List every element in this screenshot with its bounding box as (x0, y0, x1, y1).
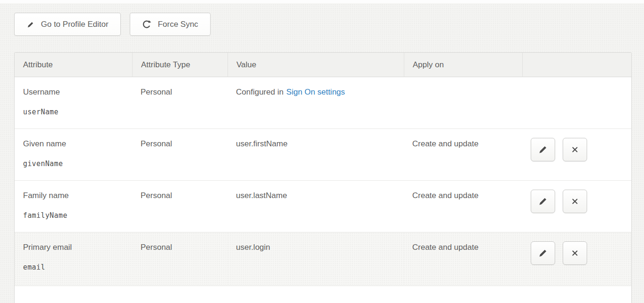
pencil-icon (26, 20, 35, 29)
value-cell: user.firstName (228, 129, 404, 181)
pencil-icon (537, 144, 549, 155)
attribute-type-cell: Personal (132, 129, 228, 181)
edit-attribute-button[interactable] (531, 241, 555, 265)
apply-on-cell: Create and update (404, 129, 522, 181)
attribute-label: Given name (23, 139, 125, 149)
attribute-label: Primary email (23, 243, 125, 252)
value-cell: Configured inSign On settings (228, 77, 404, 129)
value-cell: user.lastName (228, 181, 404, 232)
remove-attribute-button[interactable] (563, 138, 587, 161)
table-row-partial (15, 286, 631, 303)
refresh-icon (142, 19, 152, 29)
attribute-variable-name: userName (23, 108, 125, 116)
go-to-profile-editor-label: Go to Profile Editor (41, 20, 109, 29)
table-row-username: Username userName Personal Configured in… (15, 77, 631, 129)
column-header-actions (522, 53, 631, 77)
actions-cell (522, 129, 631, 181)
attribute-mappings-page: Go to Profile Editor Force Sync Attribut… (0, 0, 644, 303)
value-text: Configured in (236, 88, 283, 96)
table-row-family-name: Family name familyName Personal user.las… (15, 181, 631, 232)
column-header-apply-on: Apply on (404, 53, 522, 77)
sign-on-settings-link[interactable]: Sign On settings (286, 88, 345, 96)
remove-attribute-button[interactable] (563, 241, 587, 265)
attribute-variable-name: email (23, 263, 125, 271)
actions-cell (522, 232, 631, 286)
attribute-label: Family name (23, 191, 125, 200)
attribute-mapping-table: Attribute Attribute Type Value Apply on … (14, 52, 631, 303)
attribute-label: Username (23, 88, 125, 97)
table-row-given-name: Given name givenName Personal user.first… (15, 129, 631, 181)
attribute-type-cell: Personal (132, 181, 228, 232)
column-header-value: Value (228, 53, 404, 77)
column-header-attribute: Attribute (15, 53, 132, 77)
remove-attribute-button[interactable] (563, 190, 587, 213)
value-cell: user.login (228, 232, 404, 286)
apply-on-cell: Create and update (404, 232, 522, 286)
force-sync-label: Force Sync (158, 20, 198, 29)
actions-cell (522, 77, 631, 129)
attribute-variable-name: familyName (23, 211, 125, 220)
pencil-icon (537, 196, 549, 207)
attribute-variable-name: givenName (23, 159, 125, 168)
force-sync-button[interactable]: Force Sync (130, 13, 211, 36)
edit-attribute-button[interactable] (531, 138, 555, 161)
x-icon (570, 196, 580, 207)
go-to-profile-editor-button[interactable]: Go to Profile Editor (14, 13, 121, 36)
attribute-type-cell: Personal (132, 232, 228, 286)
apply-on-cell: Create and update (404, 181, 522, 232)
table-row-primary-email: Primary email email Personal user.login … (15, 232, 631, 286)
pencil-icon (537, 247, 549, 259)
table-header-row: Attribute Attribute Type Value Apply on (15, 53, 631, 77)
attribute-type-cell: Personal (132, 77, 228, 129)
x-icon (570, 248, 580, 258)
edit-attribute-button[interactable] (531, 190, 555, 213)
toolbar: Go to Profile Editor Force Sync (14, 13, 631, 36)
x-icon (570, 144, 580, 155)
apply-on-cell (404, 77, 522, 129)
actions-cell (522, 181, 631, 232)
column-header-attribute-type: Attribute Type (132, 53, 228, 77)
